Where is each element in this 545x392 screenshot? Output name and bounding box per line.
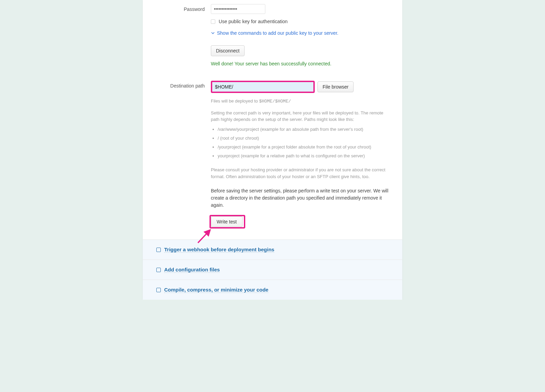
password-label: Password (143, 4, 211, 12)
deploy-hint-code: $HOME/$HOME/ (259, 99, 291, 104)
accordion-checkbox[interactable] (156, 248, 161, 252)
password-input[interactable] (211, 4, 265, 14)
destination-path-label: Destination path (143, 81, 211, 89)
consult-text: Please consult your hosting provider or … (211, 167, 392, 180)
accordion-item-webhook[interactable]: Trigger a webhook before deployment begi… (143, 240, 402, 260)
public-key-checkbox-label: Use public key for authentication (219, 19, 287, 24)
settings-panel: Password Use public key for authenticati… (143, 0, 402, 300)
public-key-checkbox-row[interactable]: Use public key for authentication (211, 19, 392, 24)
path-examples-list: /var/www/yourproject (example for an abs… (218, 126, 392, 159)
path-example-item: yourproject (example for a relative path… (218, 153, 392, 159)
show-commands-row[interactable]: Show the commands to add our public key … (211, 30, 392, 36)
path-description: Setting the correct path is very importa… (211, 110, 392, 123)
path-example-item: /var/www/yourproject (example for an abs… (218, 126, 392, 132)
accordion-item-compile[interactable]: Compile, compress, or minimize your code (143, 280, 402, 300)
accordion-checkbox[interactable] (156, 268, 161, 272)
deploy-hint-prefix: Files will be deployed to (211, 98, 259, 104)
accordion-item-config-files[interactable]: Add configuration files (143, 260, 402, 280)
accordion: Trigger a webhook before deployment begi… (143, 239, 402, 300)
chevron-down-icon (211, 31, 215, 35)
connection-success-message: Well done! Your server has been successf… (211, 61, 392, 66)
disconnect-button[interactable]: Disconnect (211, 45, 245, 56)
accordion-link[interactable]: Compile, compress, or minimize your code (164, 287, 268, 293)
file-browser-button[interactable]: File browser (317, 81, 354, 92)
path-example-item: /yourproject (example for a project fold… (218, 144, 392, 150)
destination-path-input[interactable] (211, 81, 315, 93)
destination-path-row: Destination path File browser Files will… (143, 81, 402, 227)
server-connection-section: Password Use public key for authenticati… (143, 4, 402, 239)
accordion-checkbox[interactable] (156, 288, 161, 292)
accordion-link[interactable]: Trigger a webhook before deployment begi… (164, 247, 274, 253)
path-example-item: / (root of your chroot) (218, 135, 392, 141)
deploy-hint: Files will be deployed to $HOME/$HOME/ (211, 98, 392, 105)
show-commands-link[interactable]: Show the commands to add our public key … (217, 30, 338, 36)
accordion-link[interactable]: Add configuration files (164, 267, 220, 273)
password-row: Password Use public key for authenticati… (143, 4, 402, 66)
write-test-description: Before saving the server settings, pleas… (211, 187, 392, 209)
write-test-button[interactable]: Write test (211, 216, 243, 227)
public-key-checkbox[interactable] (211, 19, 215, 24)
